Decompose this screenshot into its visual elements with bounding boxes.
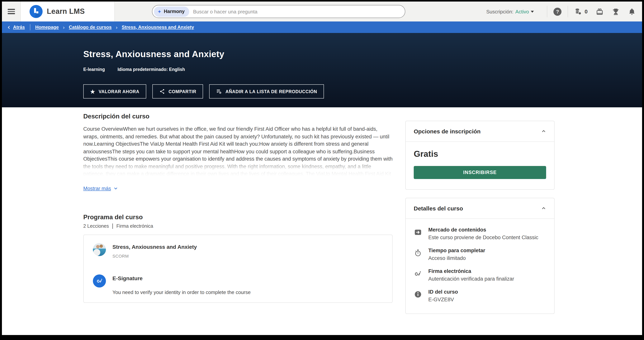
main-column: Descripción del curso Course OverviewWhe…: [83, 107, 392, 303]
app-window: Learn LMS ✦ Harmony Suscripción: Activo …: [2, 1, 642, 335]
notifications-button[interactable]: [628, 7, 636, 15]
rate-now-label: VALORAR AHORA: [99, 89, 139, 94]
coins-icon: [574, 7, 582, 15]
detail-title: ID del curso: [428, 289, 544, 295]
playlist-label: AÑADIR A LA LISTA DE REPRODUCCIÓN: [226, 89, 317, 94]
stopwatch-icon: [414, 248, 423, 262]
enrollment-card-header[interactable]: Opciones de inscripción: [406, 121, 554, 142]
header-right-cluster: Suscripción: Activo ?: [486, 1, 642, 21]
detail-item-course-id: ID del curso E-GVZE8V: [414, 289, 546, 303]
show-more-link[interactable]: Mostrar más: [83, 185, 118, 191]
program-heading: Programa del curso: [83, 213, 392, 221]
show-more-label: Mostrar más: [83, 185, 111, 191]
hero-actions: ★ VALORAR AHORA COMPARTIR AÑADIR A LA LI…: [83, 84, 324, 99]
coins-balance-button[interactable]: 0: [574, 7, 588, 15]
add-to-playlist-button[interactable]: AÑADIR A LA LISTA DE REPRODUCCIÓN: [209, 84, 324, 99]
page-content: Descripción del curso Course OverviewWhe…: [2, 107, 642, 335]
chevron-up-icon: [541, 206, 546, 211]
esignature-badge: [93, 274, 106, 288]
enroll-button[interactable]: INSCRIBIRSE: [414, 166, 546, 179]
description-heading: Descripción del curso: [83, 107, 392, 120]
detail-item-esignature: Firma electrónica Autenticación verifica…: [414, 268, 546, 283]
header-divider: [568, 6, 568, 17]
enrollment-options-card: Opciones de inscripción Gratis INSCRIBIR…: [405, 121, 554, 190]
course-meta: E-learning Idioma predeterminado: Englis…: [83, 67, 185, 72]
detail-title: Firma electrónica: [428, 268, 544, 274]
enrollment-body: Gratis INSCRIBIRSE: [406, 142, 554, 189]
detail-item-time: Tiempo para completar Acceso ilimitado: [414, 248, 546, 262]
lesson-list-card: Stress, Anxiousness and Anxiety SCORM E-…: [83, 235, 392, 303]
details-heading: Detalles del curso: [414, 205, 463, 212]
help-button[interactable]: ?: [554, 7, 562, 15]
lesson-item-esignature[interactable]: E-Signature You need to verify your iden…: [93, 274, 383, 295]
arrow-box-icon: [414, 227, 423, 241]
hamburger-icon: [8, 8, 15, 15]
detail-description: E-GVZE8V: [428, 296, 544, 303]
rewards-gift-button[interactable]: [596, 7, 604, 15]
back-button[interactable]: Atrás: [7, 24, 25, 30]
lesson-text: E-Signature You need to verify your iden…: [112, 274, 250, 295]
program-signature-label: Firma electrónica: [116, 223, 153, 229]
course-language-label: Idioma predeterminado: English: [118, 67, 185, 72]
achievements-button[interactable]: [612, 7, 620, 15]
signature-icon: [414, 268, 423, 283]
breadcrumb: Atrás Homepage › Catálogo de cursos › St…: [2, 21, 642, 33]
detail-title: Mercado de contenidos: [428, 227, 544, 233]
enrollment-heading: Opciones de inscripción: [414, 128, 480, 135]
course-hero: Stress, Anxiousness and Anxiety E-learni…: [2, 33, 642, 107]
details-body: Mercado de contenidos Este curso provien…: [406, 219, 554, 314]
signature-icon: [96, 277, 103, 285]
subscription-dropdown[interactable]: Suscripción: Activo: [486, 9, 534, 14]
gift-icon: [596, 7, 604, 15]
program-subtitle: 2 Lecciones Firma electrónica: [83, 223, 392, 229]
price-label: Gratis: [414, 149, 546, 159]
chevron-down-icon: [114, 186, 118, 190]
lesson-description: You need to verify your identity in orde…: [112, 289, 250, 295]
breadcrumb-divider: [30, 24, 30, 30]
lessons-count: 2 Lecciones: [83, 223, 109, 229]
logo-home-link[interactable]: Learn LMS: [20, 1, 115, 21]
trophy-icon: [612, 7, 620, 15]
detail-text: ID del curso E-GVZE8V: [428, 289, 544, 303]
breadcrumb-separator: ›: [63, 24, 65, 30]
learn-lms-logo-icon: [30, 5, 42, 18]
header-divider: [547, 6, 547, 17]
global-search-bar[interactable]: ✦ Harmony: [152, 5, 405, 18]
harmony-sparkle-icon: ✦: [157, 9, 162, 14]
lesson-title: E-Signature: [112, 275, 250, 281]
back-label: Atrás: [13, 24, 25, 30]
breadcrumb-item-catalog[interactable]: Catálogo de cursos: [69, 24, 112, 30]
breadcrumb-separator: ›: [116, 24, 118, 30]
subscription-label: Suscripción:: [486, 9, 514, 14]
breadcrumb-item-current[interactable]: Stress, Anxiousness and Anxiety: [122, 24, 194, 30]
header-icon-group: 0: [574, 7, 636, 15]
chevron-down-icon: [531, 11, 534, 13]
logo-text: Learn LMS: [47, 7, 85, 16]
lesson-thumbnail: [93, 243, 106, 256]
harmony-label: Harmony: [164, 9, 184, 14]
lesson-item-scorm[interactable]: Stress, Anxiousness and Anxiety SCORM: [93, 243, 383, 258]
detail-description: Acceso ilimitado: [428, 255, 544, 262]
chevron-up-icon: [541, 129, 546, 134]
share-label: COMPARTIR: [168, 89, 196, 94]
hamburger-menu-button[interactable]: [2, 1, 20, 21]
playlist-add-icon: [216, 89, 222, 94]
sidebar: Opciones de inscripción Gratis INSCRIBIR…: [405, 121, 554, 314]
detail-text: Mercado de contenidos Este curso provien…: [428, 227, 544, 241]
detail-text: Tiempo para completar Acceso ilimitado: [428, 248, 544, 262]
details-card-header[interactable]: Detalles del curso: [406, 198, 554, 218]
bell-icon: [628, 7, 636, 15]
subscription-status: Activo: [516, 9, 529, 14]
info-icon: [414, 289, 423, 303]
chevron-left-icon: [7, 25, 11, 29]
share-icon: [159, 89, 165, 94]
harmony-assistant-chip[interactable]: ✦ Harmony: [154, 6, 189, 17]
star-icon: ★: [90, 89, 95, 94]
search-input[interactable]: [193, 9, 403, 14]
coins-count: 0: [584, 8, 588, 14]
share-button[interactable]: COMPARTIR: [152, 84, 203, 99]
lesson-type-label: SCORM: [112, 254, 197, 258]
course-title: Stress, Anxiousness and Anxiety: [83, 49, 224, 59]
rate-now-button[interactable]: ★ VALORAR AHORA: [83, 84, 146, 99]
breadcrumb-item-homepage[interactable]: Homepage: [35, 24, 59, 30]
